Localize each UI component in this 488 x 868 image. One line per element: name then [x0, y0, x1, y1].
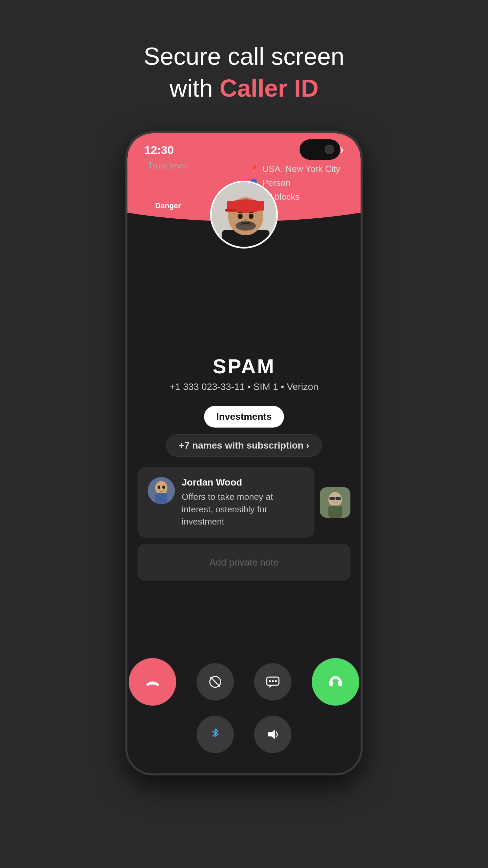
location-city: 📍 USA, New York City	[249, 164, 340, 174]
svg-rect-31	[329, 497, 335, 500]
svg-marker-42	[268, 730, 275, 739]
comment-text-wrap: Jordan Wood Offers to take money at inte…	[182, 477, 304, 528]
camera-dot	[325, 145, 334, 154]
caller-identity: SPAM +1 333 023-33-11 • SIM 1 • Verizon	[127, 355, 361, 392]
tag-investments[interactable]: Investments	[204, 406, 284, 428]
caller-name: SPAM	[127, 355, 361, 378]
svg-point-20	[236, 221, 256, 231]
pin-icon: 📍	[249, 164, 259, 174]
title-highlight: Caller ID	[220, 75, 319, 102]
comment-card: Jordan Wood Offers to take money at inte…	[138, 467, 314, 538]
caller-number: +1 333 023-33-11 • SIM 1 • Verizon	[127, 381, 361, 392]
svg-point-24	[158, 486, 160, 489]
svg-rect-40	[329, 680, 333, 686]
phone-screen: 12:30	[127, 133, 361, 773]
camera-notch	[300, 139, 340, 160]
info-row: Trust level 2.17 Danger	[127, 160, 361, 212]
comment-body: Offers to take money at interest, ostens…	[182, 491, 304, 528]
avatar-ring	[210, 181, 278, 249]
danger-badge: Danger	[148, 199, 188, 212]
commenter-face	[148, 477, 175, 504]
actions-row-bottom	[197, 716, 291, 753]
caller-avatar	[210, 181, 278, 249]
comment-section: Jordan Wood Offers to take money at inte…	[127, 467, 361, 538]
actions-row-top	[129, 658, 359, 706]
speaker-icon	[265, 727, 280, 742]
svg-rect-32	[336, 497, 341, 500]
svg-rect-28	[328, 506, 342, 518]
speaker-button[interactable]	[254, 716, 291, 753]
accept-button[interactable]	[312, 658, 359, 706]
trust-value: 2.17	[148, 172, 195, 197]
svg-point-37	[269, 680, 271, 682]
secondary-face	[320, 487, 350, 518]
svg-rect-41	[338, 680, 342, 686]
title-line1: Secure call screen	[144, 43, 344, 70]
svg-rect-23	[155, 493, 167, 504]
title-line2-plain: with	[169, 75, 220, 102]
page-title: Secure call screen with Caller ID	[144, 41, 344, 104]
svg-rect-16	[225, 209, 236, 212]
svg-point-25	[162, 486, 165, 489]
comment-author: Jordan Wood	[182, 477, 304, 488]
message-icon	[265, 674, 280, 689]
secondary-comment-avatar[interactable]	[320, 487, 350, 518]
tag-subscription[interactable]: +7 names with subscription ›	[166, 434, 322, 457]
bluetooth-icon	[208, 727, 223, 742]
message-button[interactable]	[254, 663, 291, 701]
block-button[interactable]	[197, 663, 234, 701]
block-icon	[208, 674, 223, 689]
phone-frame: 12:30	[125, 131, 363, 775]
svg-point-17	[238, 214, 243, 219]
comment-avatar	[148, 477, 175, 504]
svg-point-39	[275, 680, 277, 682]
accept-icon	[326, 673, 345, 691]
tags-row: Investments +7 names with subscription ›	[127, 406, 361, 457]
svg-line-35	[210, 677, 220, 687]
decline-icon	[143, 673, 162, 691]
call-actions	[127, 658, 361, 753]
add-note-field[interactable]: Add private note	[138, 545, 350, 580]
svg-point-22	[155, 481, 167, 495]
svg-rect-7	[342, 149, 343, 152]
trust-level-panel: Trust level 2.17 Danger	[148, 160, 195, 212]
bluetooth-button[interactable]	[197, 716, 234, 753]
svg-point-18	[249, 214, 253, 219]
decline-button[interactable]	[129, 658, 176, 706]
status-time: 12:30	[144, 143, 174, 157]
trust-label: Trust level	[148, 160, 188, 171]
svg-point-38	[272, 680, 274, 682]
